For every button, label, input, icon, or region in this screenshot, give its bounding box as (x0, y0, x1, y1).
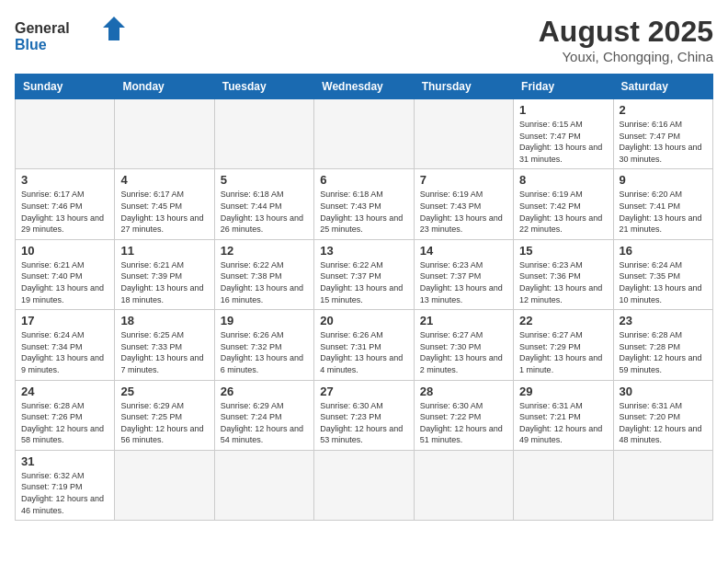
day-number: 17 (21, 314, 108, 327)
logo: General Blue (15, 15, 134, 61)
title-area: August 2025 Youxi, Chongqing, China (539, 15, 713, 64)
calendar-cell: 30Sunrise: 6:31 AM Sunset: 7:20 PM Dayli… (613, 380, 712, 450)
calendar-cell: 14Sunrise: 6:23 AM Sunset: 7:37 PM Dayli… (414, 239, 513, 309)
day-number: 16 (620, 244, 707, 258)
weekday-header-saturday: Saturday (613, 75, 712, 99)
day-info: Sunrise: 6:17 AM Sunset: 7:45 PM Dayligh… (120, 189, 208, 235)
day-number: 9 (620, 173, 707, 187)
day-info: Sunrise: 6:29 AM Sunset: 7:25 PM Dayligh… (120, 400, 208, 446)
day-number: 13 (320, 244, 407, 258)
day-info: Sunrise: 6:28 AM Sunset: 7:28 PM Dayligh… (620, 329, 707, 375)
day-number: 1 (519, 103, 607, 117)
day-number: 18 (120, 314, 208, 327)
calendar-cell: 29Sunrise: 6:31 AM Sunset: 7:21 PM Dayli… (514, 380, 613, 450)
day-number: 30 (620, 385, 707, 398)
svg-text:Blue: Blue (15, 37, 47, 52)
calendar-cell: 21Sunrise: 6:27 AM Sunset: 7:30 PM Dayli… (414, 310, 513, 380)
day-info: Sunrise: 6:20 AM Sunset: 7:41 PM Dayligh… (620, 189, 707, 235)
calendar-cell (314, 450, 414, 520)
day-info: Sunrise: 6:31 AM Sunset: 7:21 PM Dayligh… (519, 400, 607, 446)
calendar-cell (115, 99, 214, 169)
calendar-cell: 17Sunrise: 6:24 AM Sunset: 7:34 PM Dayli… (16, 310, 115, 380)
day-info: Sunrise: 6:18 AM Sunset: 7:44 PM Dayligh… (221, 189, 308, 235)
day-info: Sunrise: 6:16 AM Sunset: 7:47 PM Dayligh… (620, 119, 707, 165)
calendar-cell: 31Sunrise: 6:32 AM Sunset: 7:19 PM Dayli… (16, 450, 115, 520)
calendar-cell: 22Sunrise: 6:27 AM Sunset: 7:29 PM Dayli… (514, 310, 613, 380)
calendar-cell: 9Sunrise: 6:20 AM Sunset: 7:41 PM Daylig… (613, 169, 712, 239)
calendar-cell (16, 99, 115, 169)
calendar-cell: 13Sunrise: 6:22 AM Sunset: 7:37 PM Dayli… (314, 239, 414, 309)
day-info: Sunrise: 6:29 AM Sunset: 7:24 PM Dayligh… (221, 400, 308, 446)
svg-marker-2 (103, 17, 125, 40)
day-info: Sunrise: 6:30 AM Sunset: 7:23 PM Dayligh… (320, 400, 407, 446)
calendar-cell: 10Sunrise: 6:21 AM Sunset: 7:40 PM Dayli… (16, 239, 115, 309)
calendar-cell: 15Sunrise: 6:23 AM Sunset: 7:36 PM Dayli… (514, 239, 613, 309)
weekday-header-thursday: Thursday (414, 75, 513, 99)
day-number: 26 (221, 385, 308, 398)
day-number: 22 (519, 314, 607, 327)
calendar-row: 3Sunrise: 6:17 AM Sunset: 7:46 PM Daylig… (16, 169, 713, 239)
weekday-header-sunday: Sunday (16, 75, 115, 99)
calendar-cell: 16Sunrise: 6:24 AM Sunset: 7:35 PM Dayli… (613, 239, 712, 309)
day-info: Sunrise: 6:24 AM Sunset: 7:34 PM Dayligh… (21, 329, 108, 375)
calendar-cell: 11Sunrise: 6:21 AM Sunset: 7:39 PM Dayli… (115, 239, 214, 309)
calendar-cell: 20Sunrise: 6:26 AM Sunset: 7:31 PM Dayli… (314, 310, 414, 380)
calendar-cell: 26Sunrise: 6:29 AM Sunset: 7:24 PM Dayli… (214, 380, 313, 450)
day-info: Sunrise: 6:23 AM Sunset: 7:36 PM Dayligh… (519, 259, 607, 305)
calendar-cell: 28Sunrise: 6:30 AM Sunset: 7:22 PM Dayli… (414, 380, 513, 450)
calendar-cell: 19Sunrise: 6:26 AM Sunset: 7:32 PM Dayli… (214, 310, 313, 380)
location: Youxi, Chongqing, China (539, 49, 713, 64)
day-info: Sunrise: 6:24 AM Sunset: 7:35 PM Dayligh… (620, 259, 707, 305)
day-number: 25 (120, 385, 208, 398)
day-number: 6 (320, 173, 407, 187)
day-number: 28 (420, 385, 507, 398)
calendar-row: 10Sunrise: 6:21 AM Sunset: 7:40 PM Dayli… (16, 239, 713, 309)
calendar-cell: 24Sunrise: 6:28 AM Sunset: 7:26 PM Dayli… (16, 380, 115, 450)
calendar-cell (214, 450, 313, 520)
day-number: 21 (420, 314, 507, 327)
day-number: 29 (519, 385, 607, 398)
calendar-row: 1Sunrise: 6:15 AM Sunset: 7:47 PM Daylig… (16, 99, 713, 169)
calendar-cell: 7Sunrise: 6:19 AM Sunset: 7:43 PM Daylig… (414, 169, 513, 239)
calendar-cell (514, 450, 613, 520)
day-number: 19 (221, 314, 308, 327)
calendar-cell: 6Sunrise: 6:18 AM Sunset: 7:43 PM Daylig… (314, 169, 414, 239)
calendar-cell: 12Sunrise: 6:22 AM Sunset: 7:38 PM Dayli… (214, 239, 313, 309)
calendar-cell (613, 450, 712, 520)
day-number: 5 (221, 173, 308, 187)
day-number: 27 (320, 385, 407, 398)
day-info: Sunrise: 6:22 AM Sunset: 7:37 PM Dayligh… (320, 259, 407, 305)
day-number: 7 (420, 173, 507, 187)
day-info: Sunrise: 6:15 AM Sunset: 7:47 PM Dayligh… (519, 119, 607, 165)
day-info: Sunrise: 6:19 AM Sunset: 7:42 PM Dayligh… (519, 189, 607, 235)
day-info: Sunrise: 6:26 AM Sunset: 7:32 PM Dayligh… (221, 329, 308, 375)
svg-text:General: General (15, 20, 70, 36)
weekday-header-friday: Friday (514, 75, 613, 99)
month-year: August 2025 (539, 15, 713, 49)
calendar-cell: 25Sunrise: 6:29 AM Sunset: 7:25 PM Dayli… (115, 380, 214, 450)
day-info: Sunrise: 6:19 AM Sunset: 7:43 PM Dayligh… (420, 189, 507, 235)
day-info: Sunrise: 6:18 AM Sunset: 7:43 PM Dayligh… (320, 189, 407, 235)
calendar-cell: 2Sunrise: 6:16 AM Sunset: 7:47 PM Daylig… (613, 99, 712, 169)
calendar-row: 17Sunrise: 6:24 AM Sunset: 7:34 PM Dayli… (16, 310, 713, 380)
day-info: Sunrise: 6:21 AM Sunset: 7:39 PM Dayligh… (120, 259, 208, 305)
calendar: SundayMondayTuesdayWednesdayThursdayFrid… (15, 74, 713, 521)
day-info: Sunrise: 6:32 AM Sunset: 7:19 PM Dayligh… (21, 470, 108, 516)
day-number: 15 (519, 244, 607, 258)
calendar-cell: 1Sunrise: 6:15 AM Sunset: 7:47 PM Daylig… (514, 99, 613, 169)
weekday-header-row: SundayMondayTuesdayWednesdayThursdayFrid… (16, 75, 713, 99)
calendar-cell: 18Sunrise: 6:25 AM Sunset: 7:33 PM Dayli… (115, 310, 214, 380)
day-number: 24 (21, 385, 108, 398)
calendar-cell: 4Sunrise: 6:17 AM Sunset: 7:45 PM Daylig… (115, 169, 214, 239)
calendar-cell (214, 99, 313, 169)
weekday-header-tuesday: Tuesday (214, 75, 313, 99)
day-number: 20 (320, 314, 407, 327)
calendar-cell: 8Sunrise: 6:19 AM Sunset: 7:42 PM Daylig… (514, 169, 613, 239)
day-number: 31 (21, 454, 108, 468)
weekday-header-monday: Monday (115, 75, 214, 99)
logo-svg: General Blue (15, 15, 134, 61)
calendar-cell (115, 450, 214, 520)
calendar-cell (414, 99, 513, 169)
calendar-row: 31Sunrise: 6:32 AM Sunset: 7:19 PM Dayli… (16, 450, 713, 520)
day-number: 4 (120, 173, 208, 187)
